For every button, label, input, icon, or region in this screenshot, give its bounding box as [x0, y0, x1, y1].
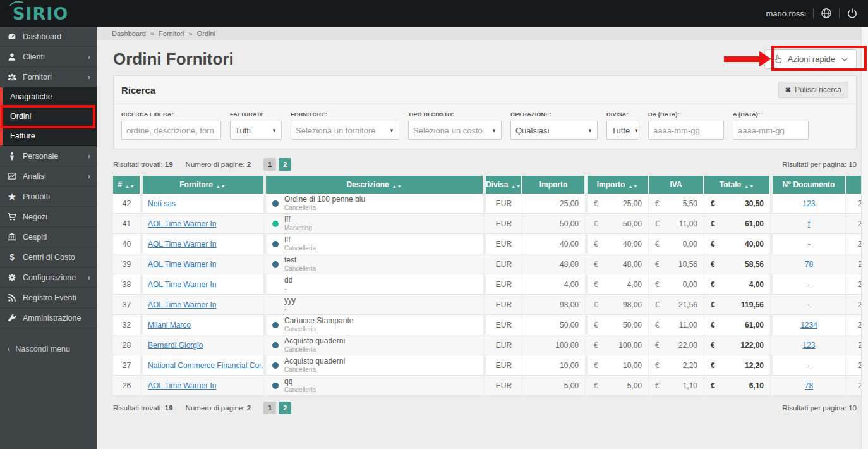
- supplier-link[interactable]: National Commerce Financial Cor...: [148, 361, 264, 370]
- sidebar-subitem-ordini[interactable]: Ordini: [0, 107, 97, 126]
- total-cell: €58,56: [704, 254, 771, 274]
- sidebar-item-negozi[interactable]: Negozi: [0, 207, 97, 227]
- date-to-input[interactable]: [738, 121, 804, 139]
- page-button-1[interactable]: 1: [263, 402, 276, 414]
- invoiced-select[interactable]: Tutti ▼: [230, 121, 282, 140]
- euro-symbol: €: [711, 381, 715, 390]
- description-title: yyy: [284, 297, 296, 305]
- chevron-right-icon: ›: [88, 52, 90, 61]
- document-cell: f: [773, 214, 846, 234]
- column-header-n-documento[interactable]: N° Documento: [773, 176, 846, 194]
- column-header-[interactable]: #▲▼: [113, 176, 141, 194]
- currency-cell: EUR: [486, 254, 522, 274]
- description-category: Cancelleria: [284, 265, 316, 273]
- supplier-link[interactable]: AOL Time Warner In: [148, 219, 216, 228]
- supplier-link[interactable]: Milani Marco: [148, 321, 191, 329]
- page-count: Numero di pagine: 2: [186, 404, 251, 412]
- column-header-iva[interactable]: IVA: [649, 176, 704, 194]
- main-content: Dashboard » Fornitori » Ordini Ordini Fo…: [97, 27, 868, 449]
- description-category: Marketing: [284, 225, 312, 232]
- field-label: FORNITORE:: [291, 111, 399, 118]
- page-button-2[interactable]: 2: [279, 158, 291, 171]
- sidebar-item-clienti[interactable]: Clienti›: [0, 47, 97, 67]
- sidebar-item-registro-eventi[interactable]: Registro Eventi: [0, 288, 97, 308]
- cost-type-select[interactable]: Seleziona un costo ▼: [408, 121, 502, 140]
- document-link[interactable]: 123: [802, 341, 815, 350]
- sidebar-item-fornitori[interactable]: Fornitori›: [0, 67, 97, 87]
- breadcrumb: Dashboard » Fornitori » Ordini: [97, 27, 868, 40]
- clear-search-button[interactable]: ✖ Pulisci ricerca: [778, 82, 848, 98]
- select-arrow-icon: ▼: [588, 128, 593, 133]
- supplier-link[interactable]: Neri sas: [148, 199, 176, 208]
- sidebar-item-cespiti[interactable]: Cespiti: [0, 227, 97, 247]
- sidebar-item-dashboard[interactable]: Dashboard: [0, 27, 97, 47]
- supplier-link[interactable]: Bernardi Giorgio: [148, 341, 203, 350]
- amount-eur-cell: €40,00: [588, 234, 649, 254]
- sidebar-subitem-anagrafiche[interactable]: Anagrafiche: [0, 87, 97, 107]
- document-link[interactable]: 78: [805, 381, 813, 390]
- column-header-importo[interactable]: Importo: [522, 176, 586, 194]
- column-header-totale[interactable]: Totale▲▼: [704, 176, 771, 194]
- sort-arrows-icon[interactable]: ▲▼: [125, 184, 135, 188]
- quick-actions-button[interactable]: Azioni rapide: [764, 49, 857, 69]
- breadcrumb-item-dashboard[interactable]: Dashboard: [112, 30, 146, 37]
- globe-icon[interactable]: [821, 8, 832, 19]
- amount-eur-cell: €98,00: [588, 295, 649, 315]
- supplier-select[interactable]: Seleziona un fornitore ▼: [291, 121, 399, 140]
- euro-symbol: €: [711, 219, 715, 228]
- document-link[interactable]: 123: [802, 199, 815, 208]
- document-link[interactable]: 1234: [800, 321, 817, 329]
- sidebar-subitem-fatture[interactable]: Fatture: [0, 126, 97, 146]
- orders-table-head: #▲▼Fornitore▲▼Descrizione▲▼Divisa▲▼Impor…: [113, 176, 868, 194]
- currency-cell: EUR: [486, 315, 522, 335]
- scrollbar-track[interactable]: [861, 27, 868, 449]
- sort-arrows-icon[interactable]: ▲▼: [216, 184, 226, 188]
- sidebar-item-amministrazione[interactable]: Amministrazione: [0, 308, 97, 328]
- total-cell: €40,00: [704, 234, 771, 254]
- supplier-link[interactable]: AOL Time Warner In: [148, 280, 216, 289]
- sidebar-item-configurazione[interactable]: Configurazione›: [0, 268, 97, 288]
- username[interactable]: mario.rossi: [766, 9, 806, 18]
- currency-cell: EUR: [486, 295, 522, 315]
- sidebar-item-centri-di-costo[interactable]: $Centri di Costo: [0, 247, 97, 268]
- column-header-divisa[interactable]: Divisa▲▼: [486, 176, 522, 194]
- power-icon[interactable]: [847, 8, 858, 19]
- breadcrumb-item-fornitori[interactable]: Fornitori: [159, 30, 184, 37]
- field-label: A (DATA):: [733, 111, 809, 118]
- search-panel: Ricerca ✖ Pulisci ricerca RICERCA LIBERA…: [113, 75, 857, 149]
- supplier-link[interactable]: AOL Time Warner In: [148, 300, 216, 309]
- operation-select[interactable]: Qualsiasi ▼: [510, 121, 598, 140]
- table-row: 38AOL Time Warner Indd-EUR4,00€4,00€0,00…: [113, 274, 868, 295]
- sort-arrows-icon[interactable]: ▲▼: [392, 184, 402, 188]
- document-cell: 1234: [773, 315, 846, 335]
- column-header-importo[interactable]: Importo▲▼: [588, 176, 649, 194]
- sort-arrows-icon[interactable]: ▲▼: [744, 184, 754, 188]
- supplier-link[interactable]: AOL Time Warner In: [148, 260, 216, 269]
- sort-arrows-icon[interactable]: ▲▼: [628, 184, 638, 188]
- column-header-fornitore[interactable]: Fornitore▲▼: [143, 176, 264, 194]
- page-button-1[interactable]: 1: [263, 158, 276, 171]
- sidebar-item-analisi[interactable]: Analisi›: [0, 166, 97, 187]
- free-search-input[interactable]: [126, 121, 216, 139]
- field-label: TIPO DI COSTO:: [408, 111, 502, 118]
- description-cell: Acquisto quaderniCancelleria: [266, 335, 484, 355]
- brand-logo[interactable]: SIRIO: [10, 4, 68, 23]
- amount-cell: 98,00: [522, 295, 586, 315]
- sort-arrows-icon[interactable]: ▲▼: [511, 184, 521, 188]
- supplier-field: FORNITORE: Seleziona un fornitore ▼: [291, 111, 399, 140]
- document-link[interactable]: f: [808, 219, 810, 228]
- supplier-link[interactable]: AOL Time Warner In: [148, 240, 216, 249]
- column-header-descrizione[interactable]: Descrizione▲▼: [266, 176, 484, 194]
- collapse-menu-button[interactable]: ‹ Nascondi menu: [0, 345, 97, 354]
- sidebar-item-prodotti[interactable]: ★Prodotti: [0, 187, 97, 207]
- document-link[interactable]: 78: [805, 260, 813, 269]
- date-from-input[interactable]: [653, 121, 719, 139]
- currency-select[interactable]: Tutte ▼: [606, 121, 639, 140]
- sidebar-item-personale[interactable]: Personale›: [0, 146, 97, 166]
- date-from-field: DA (DATA):: [648, 111, 724, 140]
- column-header-label: Divisa: [486, 180, 508, 189]
- euro-symbol: €: [711, 321, 715, 329]
- breadcrumb-item-ordini[interactable]: Ordini: [197, 30, 215, 37]
- supplier-link[interactable]: AOL Time Warner In: [148, 381, 216, 390]
- page-button-2[interactable]: 2: [279, 402, 291, 414]
